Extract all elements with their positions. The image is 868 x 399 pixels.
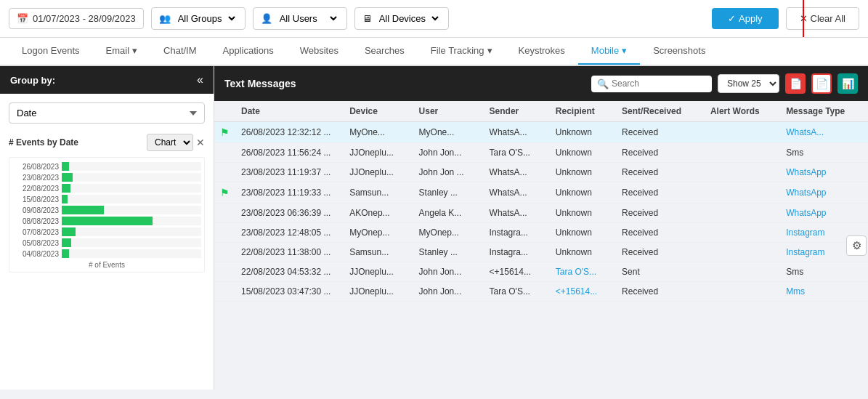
cell-sent_recv: Received: [616, 122, 705, 143]
sidebar-header: Group by: «: [0, 66, 214, 94]
cell-user: John Jon...: [413, 282, 484, 302]
col-sent-recv[interactable]: Sent/Received: [616, 101, 705, 122]
table-controls: 🔍 Show 25 📄 📄 📊: [591, 73, 858, 94]
col-recipient[interactable]: Recipient: [550, 101, 616, 122]
cell-date: 15/08/2023 03:47:30 ...: [235, 282, 344, 302]
tab-chat-im[interactable]: Chat/IM: [150, 38, 210, 65]
cell-device: MyOnep...: [344, 223, 413, 243]
cell-device: JJOneplu...: [344, 262, 413, 282]
cell-device: JJOneplu...: [344, 163, 413, 182]
cell-sent_recv: Received: [616, 282, 705, 302]
col-alert-words[interactable]: Alert Words: [705, 101, 780, 122]
cell-sender: WhatsA...: [484, 203, 550, 223]
chart-row: 08/08/2023: [12, 217, 201, 225]
csv-icon: 📊: [842, 78, 854, 89]
tab-keystrokes[interactable]: Keystrokes: [506, 38, 578, 65]
cell-sender: <+15614...: [484, 262, 550, 282]
table-row[interactable]: 26/08/2023 11:56:24 ...JJOneplu...John J…: [214, 143, 868, 163]
table-row[interactable]: 23/08/2023 12:48:05 ...MyOnep...MyOnep..…: [214, 223, 868, 243]
export-csv-button[interactable]: 📊: [837, 73, 858, 94]
table-header: Text Messages 🔍 Show 25 📄 📄 📊: [214, 66, 868, 101]
cell-sent_recv: Received: [616, 243, 705, 262]
cell-alert_words: [705, 282, 780, 302]
table-row[interactable]: 23/08/2023 06:36:39 ...AKOnep...Angela K…: [214, 203, 868, 223]
calendar-icon: 📅: [17, 13, 28, 24]
col-date[interactable]: Date: [235, 101, 344, 122]
chart-row: 05/08/2023: [12, 238, 201, 247]
table-row[interactable]: 22/08/2023 11:38:00 ...Samsun...Stanley …: [214, 243, 868, 262]
col-sender[interactable]: Sender: [484, 101, 550, 122]
nav-tabs: Logon Events Email ▾ Chat/IM Application…: [0, 38, 868, 65]
date-range-filter[interactable]: 📅 01/07/2023 - 28/09/2023: [9, 8, 144, 29]
chart-row: 15/08/2023: [12, 195, 201, 203]
cell-device: Samsun...: [344, 243, 413, 262]
show-select[interactable]: Show 25: [718, 74, 779, 93]
all-users-select[interactable]: All Users: [277, 12, 339, 25]
chart-x-label: # of Events: [12, 261, 201, 269]
col-msg-type[interactable]: Message Type: [780, 101, 868, 122]
cell-sender: Instagra...: [484, 223, 550, 243]
apply-button[interactable]: ✓ Apply: [712, 8, 779, 29]
tab-mobile[interactable]: Mobile ▾: [578, 38, 640, 65]
cell-date: 23/08/2023 12:48:05 ...: [235, 223, 344, 243]
chart-title: # Events by Date: [9, 137, 78, 148]
all-groups-filter[interactable]: 👥 All Groups: [151, 7, 246, 30]
export-pdf-button[interactable]: 📄: [785, 73, 806, 94]
chart-type-select[interactable]: Chart Table: [147, 134, 193, 151]
all-devices-filter[interactable]: 🖥 All Devices: [354, 7, 449, 30]
cell-sender: Tara O'S...: [484, 282, 550, 302]
tab-email[interactable]: Email ▾: [93, 38, 151, 65]
search-input[interactable]: [612, 78, 706, 89]
cell-sent_recv: Received: [616, 163, 705, 182]
tab-logon-events[interactable]: Logon Events: [9, 38, 93, 65]
cell-date: 23/08/2023 11:19:33 ...: [235, 182, 344, 203]
col-user[interactable]: User: [413, 101, 484, 122]
chevron-down-icon: ▾: [622, 45, 627, 56]
tab-searches[interactable]: Searches: [352, 38, 418, 65]
all-devices-select[interactable]: All Devices: [376, 12, 441, 25]
x-icon: ✕: [800, 13, 808, 24]
cell-msg_type: WhatsApp: [780, 163, 868, 182]
cell-alert_words: [705, 262, 780, 282]
cell-recipient: Unknown: [550, 122, 616, 143]
tab-websites[interactable]: Websites: [287, 38, 352, 65]
table-row[interactable]: 22/08/2023 04:53:32 ...JJOneplu...John J…: [214, 262, 868, 282]
cell-recipient: Unknown: [550, 243, 616, 262]
cell-user: Stanley ...: [413, 243, 484, 262]
table-wrapper: Date Device User Sender Recipient Sent/R…: [214, 101, 868, 390]
table-row[interactable]: 23/08/2023 11:19:37 ...JJOneplu...John J…: [214, 163, 868, 182]
table-row[interactable]: ⚑23/08/2023 11:19:33 ...Samsun...Stanley…: [214, 182, 868, 203]
cell-date: 26/08/2023 11:56:24 ...: [235, 143, 344, 163]
flag-cell: [214, 143, 235, 163]
settings-button[interactable]: ⚙: [846, 235, 867, 256]
cell-msg_type: Sms: [780, 262, 868, 282]
chart-row: 26/08/2023: [12, 162, 201, 171]
tab-screenshots[interactable]: Screenshots: [640, 38, 718, 65]
col-device[interactable]: Device: [344, 101, 413, 122]
table-row[interactable]: 15/08/2023 03:47:30 ...JJOneplu...John J…: [214, 282, 868, 302]
sidebar-collapse-button[interactable]: «: [197, 73, 203, 86]
tab-applications[interactable]: Applications: [210, 38, 287, 65]
cell-recipient: Unknown: [550, 163, 616, 182]
sidebar-title: Group by:: [10, 75, 55, 86]
flag-cell: [214, 223, 235, 243]
cell-device: JJOneplu...: [344, 143, 413, 163]
tab-file-tracking[interactable]: File Tracking ▾: [418, 38, 506, 65]
table-row[interactable]: ⚑26/08/2023 12:32:12 ...MyOne...MyOne...…: [214, 122, 868, 143]
cell-date: 22/08/2023 11:38:00 ...: [235, 243, 344, 262]
pdf-outline-icon: 📄: [816, 78, 828, 89]
table-title: Text Messages: [224, 78, 296, 89]
flag-cell: [214, 262, 235, 282]
clear-button[interactable]: ✕ Clear All: [786, 7, 859, 30]
export-pdf-outline-button[interactable]: 📄: [811, 73, 832, 94]
all-groups-select[interactable]: All Groups: [175, 12, 238, 25]
cell-date: 23/08/2023 06:36:39 ...: [235, 203, 344, 223]
cell-sent_recv: Received: [616, 223, 705, 243]
chart-close-button[interactable]: ✕: [196, 137, 205, 148]
cell-alert_words: [705, 122, 780, 143]
all-users-filter[interactable]: 👤 All Users: [253, 7, 347, 30]
chevron-down-icon: ▾: [487, 45, 492, 56]
flag-cell: ⚑: [214, 182, 235, 203]
group-by-select[interactable]: Date User Device: [9, 102, 205, 124]
cell-date: 23/08/2023 11:19:37 ...: [235, 163, 344, 182]
